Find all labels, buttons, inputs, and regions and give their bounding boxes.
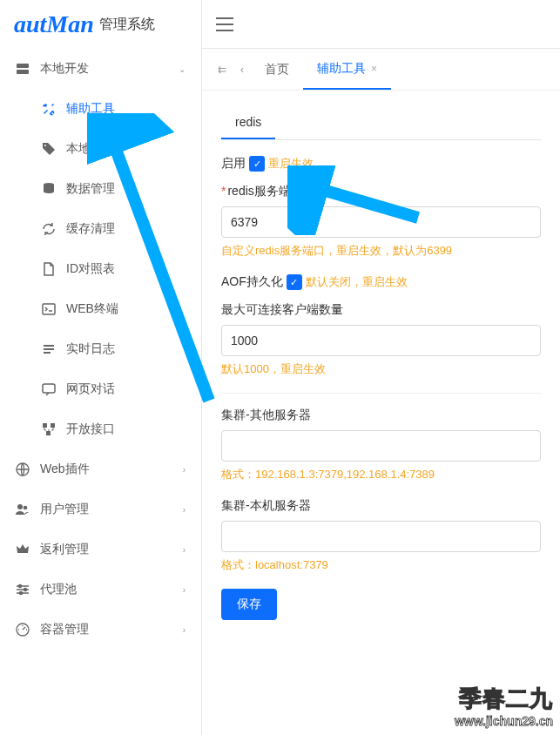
subtab-redis[interactable]: redis: [221, 108, 275, 139]
sidebar-item-aux-tools[interactable]: 辅助工具: [0, 89, 201, 129]
svg-rect-5: [44, 348, 54, 350]
svg-rect-10: [46, 431, 51, 435]
log-icon: [42, 342, 56, 356]
svg-rect-8: [43, 423, 47, 428]
sidebar-item-proxy-pool[interactable]: 代理池 ›: [0, 570, 201, 610]
chat-icon: [42, 382, 56, 396]
tag-icon: [42, 142, 56, 156]
cluster-self-input[interactable]: [221, 521, 541, 552]
enable-checkbox[interactable]: ✓: [249, 156, 265, 172]
sidebar-item-label: 缓存清理: [66, 221, 115, 237]
dashboard-icon: [16, 623, 30, 637]
chevron-right-icon: ›: [183, 585, 186, 595]
svg-point-15: [24, 589, 27, 591]
svg-rect-0: [17, 64, 29, 68]
aof-label: AOF持久化: [221, 274, 283, 290]
sidebar-item-web-terminal[interactable]: WEB终端: [0, 289, 201, 329]
cluster-other-input[interactable]: [221, 430, 541, 462]
sidebar-item-label: 数据管理: [66, 181, 115, 197]
sidebar-item-label: 实时日志: [66, 341, 115, 357]
svg-rect-3: [43, 304, 55, 314]
storage-icon: [16, 62, 30, 76]
svg-point-14: [19, 585, 22, 588]
crown-icon: [16, 543, 30, 556]
svg-rect-4: [44, 345, 54, 347]
tab-home[interactable]: 首页: [251, 51, 303, 89]
save-button[interactable]: 保存: [221, 589, 277, 620]
chevron-right-icon: ›: [183, 505, 186, 515]
document-icon: [42, 262, 56, 276]
chevron-right-icon: ›: [183, 625, 186, 635]
sidebar-item-realtime-log[interactable]: 实时日志: [0, 329, 201, 369]
chevron-right-icon: ›: [183, 545, 186, 555]
sidebar-item-data-manage[interactable]: 数据管理: [0, 169, 201, 209]
tab-nav-prev[interactable]: ‹: [233, 64, 251, 76]
port-hint: 自定义redis服务端口，重启生效，默认为6399: [221, 243, 541, 259]
sidebar-item-local-app[interactable]: 本地应用: [0, 129, 201, 169]
tools-icon: [42, 102, 56, 116]
globe-icon: [16, 462, 30, 476]
logo: autMan 管理系统: [0, 0, 201, 49]
enable-label: 启用: [221, 156, 246, 172]
close-icon[interactable]: ×: [371, 63, 377, 75]
sidebar-item-user-manage[interactable]: 用户管理 ›: [0, 489, 201, 529]
aof-hint: 默认关闭，重启生效: [306, 274, 408, 290]
enable-hint: 重启生效: [268, 156, 314, 172]
tab-nav-first[interactable]: ⇇: [211, 64, 233, 76]
tab-label: 首页: [265, 62, 289, 78]
api-icon: [42, 422, 56, 436]
logo-brand: autMan: [14, 10, 94, 38]
sidebar-item-label: ID对照表: [66, 261, 115, 277]
sidebar-item-label: 返利管理: [40, 542, 89, 557]
sidebar-item-label: 本地应用: [66, 141, 115, 157]
svg-rect-6: [44, 352, 51, 354]
chevron-right-icon: ›: [183, 465, 186, 475]
sidebar-item-label: Web插件: [40, 462, 90, 477]
sidebar-item-label: 开放接口: [66, 421, 115, 437]
aof-checkbox[interactable]: ✓: [287, 274, 302, 290]
cluster-other-hint: 格式：192.168.1.3:7379,192.168.1.4:7389: [221, 467, 541, 482]
tab-label: 辅助工具: [317, 61, 366, 77]
sidebar-item-label: WEB终端: [66, 301, 118, 317]
sidebar-item-rebate-manage[interactable]: 返利管理 ›: [0, 529, 201, 570]
maxconn-label: 最大可连接客户端数量: [221, 302, 541, 318]
logo-sub: 管理系统: [99, 16, 155, 34]
maxconn-input[interactable]: [221, 325, 541, 356]
svg-point-13: [24, 506, 28, 510]
database-icon: [42, 182, 56, 196]
sidebar-item-local-dev[interactable]: 本地开发 ⌄: [0, 49, 201, 89]
sidebar-item-label: 辅助工具: [66, 101, 115, 117]
tab-aux-tools[interactable]: 辅助工具 ×: [303, 50, 391, 90]
port-label: *redis服务端口: [221, 184, 541, 199]
maxconn-hint: 默认1000，重启生效: [221, 361, 541, 377]
menu-toggle[interactable]: [216, 17, 233, 31]
sidebar-item-web-chat[interactable]: 网页对话: [0, 369, 201, 409]
cluster-self-label: 集群-本机服务器: [221, 498, 541, 514]
sidebar-item-open-api[interactable]: 开放接口: [0, 409, 201, 449]
cluster-other-label: 集群-其他服务器: [221, 408, 541, 423]
svg-rect-9: [51, 423, 55, 428]
svg-point-16: [20, 592, 23, 595]
sidebar-item-web-plugin[interactable]: Web插件 ›: [0, 449, 201, 489]
refresh-icon: [42, 222, 56, 236]
sidebar-item-container-manage[interactable]: 容器管理 ›: [0, 610, 201, 650]
sidebar-item-label: 用户管理: [40, 502, 89, 517]
sidebar-item-id-map[interactable]: ID对照表: [0, 249, 201, 289]
svg-rect-7: [43, 384, 55, 393]
sidebar-item-label: 本地开发: [40, 61, 89, 77]
terminal-icon: [42, 302, 56, 316]
svg-rect-1: [17, 70, 29, 74]
users-icon: [16, 502, 30, 516]
sidebar-item-label: 代理池: [40, 582, 77, 597]
svg-point-12: [17, 504, 23, 509]
sidebar-item-label: 网页对话: [66, 381, 115, 397]
port-input[interactable]: [221, 206, 541, 238]
cluster-self-hint: 格式：localhost:7379: [221, 557, 541, 573]
sidebar-item-cache-clear[interactable]: 缓存清理: [0, 209, 201, 249]
sidebar-item-label: 容器管理: [40, 622, 89, 637]
sliders-icon: [16, 583, 30, 597]
chevron-down-icon: ⌄: [179, 64, 186, 74]
